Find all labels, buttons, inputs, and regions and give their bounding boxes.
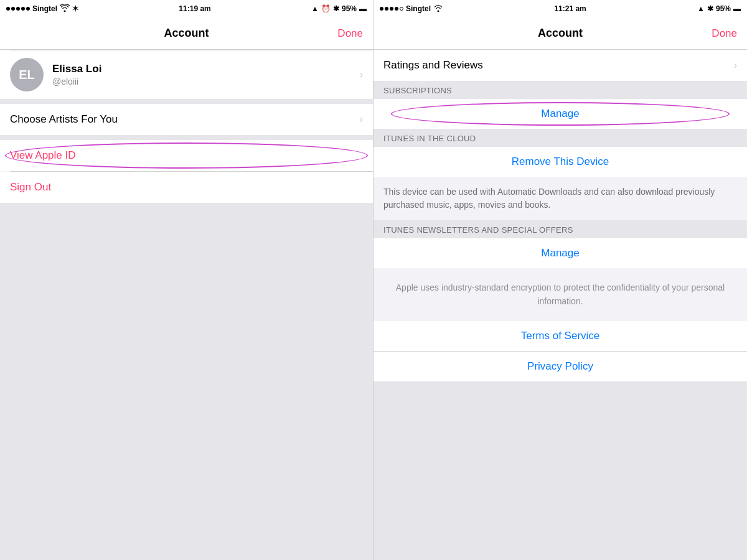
manage-label: Manage (541, 108, 579, 120)
right-status-right: ▲ ✱ 95% ▬ (697, 4, 741, 13)
manage-row[interactable]: Manage (374, 99, 747, 129)
device-info-text: This device can be used with Automatic D… (383, 187, 715, 210)
remove-device-row[interactable]: Remove This Device (374, 147, 747, 177)
rdot3 (390, 7, 393, 11)
newsletters-header: iTUNES NEWSLETTERS AND SPECIAL OFFERS (374, 220, 747, 238)
right-signal-dots (380, 7, 403, 11)
left-done-button[interactable]: Done (337, 27, 363, 40)
dot5 (26, 7, 30, 11)
dot3 (16, 7, 20, 11)
right-carrier: Singtel (406, 4, 431, 13)
rdot5 (400, 7, 403, 11)
signal-dots (6, 7, 30, 11)
ratings-label: Ratings and Reviews (383, 59, 734, 72)
right-location-icon: ▲ (697, 4, 705, 13)
sign-out-row[interactable]: Sign Out (0, 172, 373, 203)
divider-2 (0, 135, 373, 140)
divider-1 (0, 99, 373, 104)
battery-icon: ▬ (359, 4, 367, 13)
user-row[interactable]: EL Elissa Loi @eloiii › (0, 50, 373, 99)
left-gray-area (0, 203, 373, 560)
choose-artists-chevron-icon: › (360, 114, 363, 125)
right-status-left: Singtel (380, 4, 443, 14)
left-phone-panel: Singtel ✶ 11:19 am ▲ ⏰ ✱ 95% ▬ Account D… (0, 0, 374, 560)
right-nav-bar: Account Done (374, 17, 747, 50)
rdot2 (385, 7, 388, 11)
bluetooth-icon: ✱ (333, 4, 339, 13)
encrypt-text: Apple uses industry-standard encryption … (396, 282, 725, 306)
left-battery: 95% (342, 4, 357, 13)
avatar: EL (10, 58, 44, 91)
user-info: Elissa Loi @eloiii (52, 63, 351, 86)
user-handle: @eloiii (52, 77, 351, 86)
terms-row[interactable]: Terms of Service (374, 321, 747, 351)
manage-row-2[interactable]: Manage (374, 238, 747, 268)
sign-out-label: Sign Out (10, 181, 363, 194)
right-bluetooth-icon: ✱ (707, 4, 713, 13)
encrypt-box: Apple uses industry-standard encryption … (374, 268, 747, 321)
device-info-box: This device can be used with Automatic D… (374, 177, 747, 220)
view-apple-id-row[interactable]: View Apple ID (0, 140, 373, 171)
ratings-row[interactable]: Ratings and Reviews › (374, 50, 747, 81)
subscriptions-header: SUBSCRIPTIONS (374, 81, 747, 99)
right-wifi-icon (433, 4, 443, 14)
wifi-icon (60, 4, 70, 14)
privacy-row[interactable]: Privacy Policy (374, 352, 747, 381)
right-gray-area (374, 381, 747, 560)
left-carrier: Singtel (32, 4, 57, 13)
location-icon: ▲ (311, 4, 319, 13)
right-done-button[interactable]: Done (712, 27, 737, 40)
choose-artists-row[interactable]: Choose Artists For You › (0, 104, 373, 135)
remove-device-label: Remove This Device (512, 156, 609, 168)
right-battery-icon: ▬ (733, 4, 741, 13)
privacy-label: Privacy Policy (527, 360, 593, 373)
left-status-left: Singtel ✶ (6, 4, 78, 14)
rdot1 (380, 7, 383, 11)
left-time: 11:19 am (179, 4, 210, 13)
dot4 (21, 7, 25, 11)
view-apple-id-label: View Apple ID (10, 149, 363, 162)
right-time: 11:21 am (554, 4, 586, 13)
right-status-bar: Singtel 11:21 am ▲ ✱ 95% ▬ (374, 0, 747, 17)
rdot4 (395, 7, 398, 11)
left-status-right: ▲ ⏰ ✱ 95% ▬ (311, 4, 367, 13)
right-nav-title: Account (538, 27, 583, 40)
left-nav-title: Account (164, 27, 209, 40)
choose-artists-label: Choose Artists For You (10, 113, 360, 126)
brightness-icon: ✶ (72, 4, 78, 13)
alarm-icon: ⏰ (321, 4, 331, 13)
manage2-label: Manage (541, 247, 579, 259)
right-battery: 95% (716, 4, 731, 13)
left-status-bar: Singtel ✶ 11:19 am ▲ ⏰ ✱ 95% ▬ (0, 0, 373, 17)
dot2 (11, 7, 15, 11)
left-nav-bar: Account Done (0, 17, 373, 50)
terms-label: Terms of Service (521, 330, 600, 342)
dot1 (6, 7, 10, 11)
user-chevron-icon: › (360, 69, 363, 80)
ratings-chevron-icon: › (734, 60, 737, 71)
itunes-cloud-header: iTUNES IN THE CLOUD (374, 129, 747, 147)
user-name: Elissa Loi (52, 63, 351, 75)
right-phone-panel: Singtel 11:21 am ▲ ✱ 95% ▬ Account Done … (374, 0, 747, 560)
